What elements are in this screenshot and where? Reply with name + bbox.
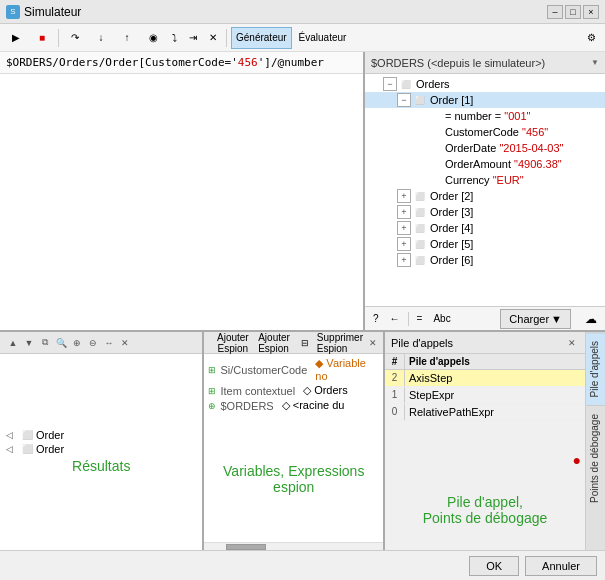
misc-icon-2[interactable]: ⇥ xyxy=(184,27,202,49)
callstack-row-2[interactable]: 0 RelativePathExpr xyxy=(385,404,585,421)
folder-icon-order4: ⬜ xyxy=(413,223,427,233)
tree-node-orders[interactable]: − ⬜ Orders xyxy=(365,76,605,92)
result-box-icon-1: ⬜ xyxy=(21,430,33,440)
side-tab-callstack[interactable]: Pile d'appels xyxy=(586,332,605,405)
tree-label-number: = number = "001" xyxy=(445,110,531,122)
tree-node-order2[interactable]: + ⬜ Order [2] xyxy=(365,188,605,204)
results-panel: ▲ ▼ ⧉ 🔍 ⊕ ⊖ ↔ ✕ ◁ ⬜ Order xyxy=(0,332,204,550)
add-espion-label: Ajouter Espion xyxy=(258,332,293,354)
tree-node-order5[interactable]: + ⬜ Order [5] xyxy=(365,236,605,252)
play-button[interactable]: ▶ xyxy=(4,27,28,49)
xpath-input[interactable]: $ORDERS/Orders/Order[CustomerCode='456']… xyxy=(0,52,363,74)
tree-node-orderdate[interactable]: OrderDate "2015-04-03" xyxy=(365,140,605,156)
step-into-icon: ↓ xyxy=(94,31,108,45)
side-tab-breakpoints[interactable]: Points de débogage xyxy=(586,405,605,511)
xml-tree-dropdown-arrow[interactable]: ▼ xyxy=(591,58,599,67)
tree-node-order6[interactable]: + ⬜ Order [6] xyxy=(365,252,605,268)
tree-node-orderamount[interactable]: OrderAmount "4906.38" xyxy=(365,156,605,172)
var-name-1: Si/CustomerCode xyxy=(220,364,307,376)
variables-panel-header: Ajouter Espion Ajouter Espion ⊟ Supprime… xyxy=(204,332,383,354)
callstack-name-0: AxisStep xyxy=(405,370,585,386)
add-espion-button[interactable]: Ajouter Espion xyxy=(210,334,255,352)
tree-node-number[interactable]: = number = "001" xyxy=(365,108,605,124)
callstack-table[interactable]: 2 AxisStep 1 StepExpr 0 RelativePathExpr xyxy=(385,370,585,450)
var-value-2: ◇ Orders xyxy=(303,384,348,397)
tree-label-currency: Currency "EUR" xyxy=(445,174,524,186)
result-label-1: Order xyxy=(36,429,64,441)
xml-tree-content[interactable]: − ⬜ Orders − ⬜ Order [1] = number = "001… xyxy=(365,74,605,306)
title-bar-left: S Simulateur xyxy=(6,5,81,19)
results-list: ◁ ⬜ Order ◁ ⬜ Order Résultats xyxy=(0,424,202,480)
result-expand-2[interactable]: ◁ xyxy=(6,444,18,454)
var-row-2[interactable]: ⊞ Item contextuel ◇ Orders xyxy=(208,383,379,398)
remove-espion-button[interactable]: ⊟ xyxy=(296,334,314,352)
minimize-button[interactable]: – xyxy=(547,5,563,19)
variables-scrollbar-thumb[interactable] xyxy=(226,544,266,550)
bottom-section: ▲ ▼ ⧉ 🔍 ⊕ ⊖ ↔ ✕ ◁ ⬜ Order xyxy=(0,332,605,550)
ok-button[interactable]: OK xyxy=(469,556,519,576)
variables-close-icon[interactable]: ✕ xyxy=(369,336,377,350)
cancel-button[interactable]: Annuler xyxy=(525,556,597,576)
results-close-icon[interactable]: ✕ xyxy=(118,336,132,350)
step-over-button[interactable]: ↷ xyxy=(63,27,87,49)
tree-expand-order4[interactable]: + xyxy=(397,221,411,235)
close-button[interactable]: × xyxy=(583,5,599,19)
callstack-row-0[interactable]: 2 AxisStep xyxy=(385,370,585,387)
variables-scrollbar[interactable] xyxy=(204,542,383,550)
callstack-name-1: StepExpr xyxy=(405,387,585,403)
tree-expand-order6[interactable]: + xyxy=(397,253,411,267)
tree-node-custcode[interactable]: CustomerCode "456" xyxy=(365,124,605,140)
settings-button[interactable]: ⚙ xyxy=(582,27,601,49)
tree-expand-order2[interactable]: + xyxy=(397,189,411,203)
maximize-button[interactable]: □ xyxy=(565,5,581,19)
misc-icon-1[interactable]: ⤵ xyxy=(167,27,182,49)
results-down-icon[interactable]: ▼ xyxy=(22,336,36,350)
cloud-button[interactable]: ☁ xyxy=(581,310,601,328)
results-misc2-icon[interactable]: ⊖ xyxy=(86,336,100,350)
tree-node-order4[interactable]: + ⬜ Order [4] xyxy=(365,220,605,236)
var-row-1[interactable]: ⊞ Si/CustomerCode ◆ Variable no xyxy=(208,356,379,383)
results-up-icon[interactable]: ▲ xyxy=(6,336,20,350)
tree-expand-order3[interactable]: + xyxy=(397,205,411,219)
stop-button[interactable]: ■ xyxy=(30,27,54,49)
results-copy-icon[interactable]: ⧉ xyxy=(38,336,52,350)
tree-node-order1[interactable]: − ⬜ Order [1] xyxy=(365,92,605,108)
results-search-icon[interactable]: 🔍 xyxy=(54,336,68,350)
xml-tree-title: $ORDERS (<depuis le simulateur>) xyxy=(371,57,545,69)
left-arrow-button[interactable]: ← xyxy=(386,310,404,328)
tree-node-order3[interactable]: + ⬜ Order [3] xyxy=(365,204,605,220)
col-hash-header: # xyxy=(385,354,405,369)
variables-rows: ⊞ Si/CustomerCode ◆ Variable no ⊞ Item c… xyxy=(204,354,383,415)
charger-button[interactable]: Charger ▼ xyxy=(500,309,571,329)
var-row-3[interactable]: ⊕ $ORDERS ◇ <racine du xyxy=(208,398,379,413)
abc-button[interactable]: Abc xyxy=(429,310,454,328)
result-label-2: Order xyxy=(36,443,64,455)
callstack-close-icon[interactable]: ✕ xyxy=(565,336,579,350)
equal-button[interactable]: = xyxy=(413,310,427,328)
tree-expand-orderamount xyxy=(429,157,443,171)
results-misc1-icon[interactable]: ⊕ xyxy=(70,336,84,350)
variables-content: ⊞ Si/CustomerCode ◆ Variable no ⊞ Item c… xyxy=(204,354,383,542)
misc-icon-3[interactable]: ✕ xyxy=(204,27,222,49)
app-icon: S xyxy=(6,5,20,19)
generateur-button[interactable]: Générateur xyxy=(231,27,292,49)
step-out-button[interactable]: ↑ xyxy=(115,27,139,49)
title-bar-controls: – □ × xyxy=(547,5,599,19)
tree-expand-order1[interactable]: − xyxy=(397,93,411,107)
question-button[interactable]: ? xyxy=(369,310,383,328)
step-over-icon: ↷ xyxy=(68,31,82,45)
evaluateur-button[interactable]: Évaluateur xyxy=(294,27,352,49)
result-expand-1[interactable]: ◁ xyxy=(6,430,18,440)
tree-node-currency[interactable]: Currency "EUR" xyxy=(365,172,605,188)
toolbar-separator-2 xyxy=(226,29,227,47)
callstack-row-1[interactable]: 1 StepExpr xyxy=(385,387,585,404)
step-into-button[interactable]: ↓ xyxy=(89,27,113,49)
callstack-placeholder: Pile d'appel, Points de débogage xyxy=(423,494,548,526)
tree-expand-order5[interactable]: + xyxy=(397,237,411,251)
tree-expand-orders[interactable]: − xyxy=(383,77,397,91)
result-row-2[interactable]: ◁ ⬜ Order xyxy=(4,442,198,456)
bp-button[interactable]: ◉ xyxy=(141,27,165,49)
step-out-icon: ↑ xyxy=(120,31,134,45)
result-row-1[interactable]: ◁ ⬜ Order xyxy=(4,428,198,442)
results-misc3-icon[interactable]: ↔ xyxy=(102,336,116,350)
